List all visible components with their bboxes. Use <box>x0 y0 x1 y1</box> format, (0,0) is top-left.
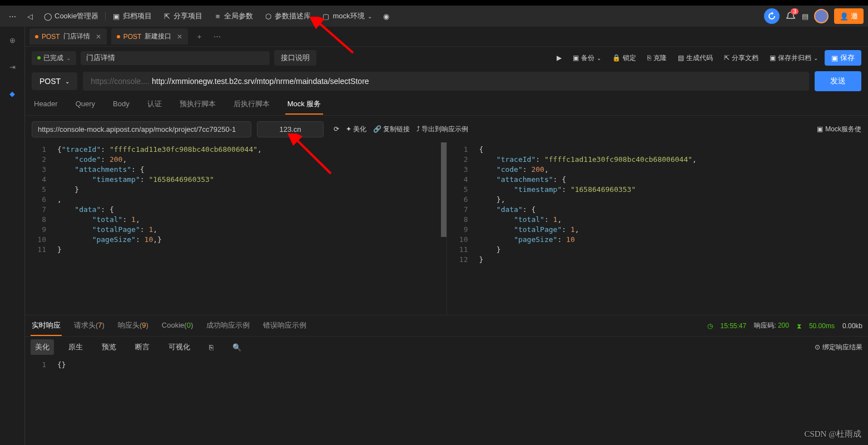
desc-button[interactable]: 接口说明 <box>274 50 316 66</box>
params-desc[interactable]: ⬡ 参数描述库 <box>260 9 315 23</box>
invite-label: 邀 <box>851 11 858 21</box>
tab-post-script[interactable]: 后执行脚本 <box>231 95 272 115</box>
clone-button[interactable]: ⎘ 克隆 <box>643 51 671 65</box>
close-icon[interactable]: ✕ <box>177 33 182 41</box>
copylink-button[interactable]: 🔗 复制链接 <box>373 125 410 134</box>
mock-env[interactable]: ▢ mock环境 ⌄ <box>318 9 376 23</box>
resp-reqhead[interactable]: 请求头(7) <box>73 316 106 336</box>
left-code[interactable]: {"traceId": "ffffc1ad11e30fc908bc40cb680… <box>53 142 447 315</box>
notifications-button[interactable]: 3 <box>785 11 796 22</box>
url-input[interactable]: https://console.... http://xmmionegw.tes… <box>83 72 809 91</box>
global-icon: ≡ <box>214 12 221 20</box>
label: 保存 <box>840 53 855 63</box>
right-gutter: 123456789101112 <box>447 142 475 315</box>
method-select[interactable]: POST ⌄ <box>32 72 77 90</box>
tab-method: POST <box>123 33 142 41</box>
sync-button[interactable] <box>764 8 780 24</box>
label: Mock服务使 <box>825 125 861 134</box>
right-code[interactable]: { "traceId": "ffffc1ad11e30fc908bc40cb68… <box>475 142 869 315</box>
status-dot <box>37 56 41 60</box>
sharedoc-button[interactable]: ⇱ 分享文档 <box>720 51 763 65</box>
tab-new-api[interactable]: POST 新建接口 ✕ <box>111 28 189 44</box>
sidebar-active[interactable]: ◆ <box>4 86 20 101</box>
left-editor[interactable]: 1234567891011 {"traceId": "ffffc1ad11e30… <box>25 142 447 315</box>
eye-icon[interactable]: ◉ <box>379 10 394 23</box>
mock-url-input[interactable] <box>32 121 251 137</box>
add-tab[interactable]: ＋ <box>192 30 206 43</box>
savearch-button[interactable]: ▣ 保存并归档 ⌄ <box>765 51 822 65</box>
resp-success[interactable]: 成功响应示例 <box>205 316 251 336</box>
resp-realtime[interactable]: 实时响应 <box>31 316 62 336</box>
sidebar-collapse[interactable]: ⇥ <box>4 59 20 75</box>
tab-body[interactable]: Body <box>111 95 132 113</box>
label: 克隆 <box>653 53 667 63</box>
response-body[interactable]: 1 {} <box>25 358 868 419</box>
api-name-input[interactable] <box>81 51 270 65</box>
mock-usage[interactable]: ▣ Mock服务使 <box>817 125 861 134</box>
tab-mock[interactable]: Mock 服务 <box>285 95 324 115</box>
gencode-button[interactable]: ▤ 生成代码 <box>673 51 717 65</box>
resp-preview[interactable]: 预览 <box>97 339 121 355</box>
label: 美化 <box>353 125 366 134</box>
archive-label: 归档项目 <box>123 11 152 21</box>
mock-editors: 1234567891011 {"traceId": "ffffc1ad11e30… <box>25 142 868 315</box>
lock-button[interactable]: 🔒 锁定 <box>608 51 641 65</box>
save-button[interactable]: ▣ 保存 <box>825 50 861 66</box>
close-icon[interactable]: ✕ <box>96 33 101 41</box>
beautify-button[interactable]: ✦ 美化 <box>346 125 366 134</box>
resp-gutter: 1 <box>25 358 53 419</box>
tab-more[interactable]: ⋯ <box>210 30 224 43</box>
nav-back[interactable]: ◁ <box>23 10 37 23</box>
sync-icon <box>767 12 776 21</box>
invite-button[interactable]: 👤 邀 <box>834 8 864 24</box>
resp-assert[interactable]: 断言 <box>131 339 154 355</box>
left-sidebar: ⊕ ⇥ ◆ <box>0 27 25 445</box>
send-button[interactable]: 发送 <box>815 71 861 91</box>
label: 导出到响应示例 <box>421 125 468 134</box>
status-text: 已完成 <box>43 53 63 63</box>
resp-error[interactable]: 错误响应示例 <box>262 316 307 336</box>
nav-dots[interactable]: ⋯ <box>4 10 21 23</box>
chevron-down-icon: ⌄ <box>65 78 70 85</box>
cookie-manager[interactable]: ◯ Cookie管理器 <box>39 9 103 23</box>
scrollbar[interactable] <box>441 142 447 315</box>
status-badge[interactable]: 已完成 ⌄ <box>32 51 76 65</box>
tab-store-detail[interactable]: POST 门店详情 ✕ <box>29 28 107 44</box>
backup-button[interactable]: ▣ 备份 ⌄ <box>568 51 606 65</box>
tab-header[interactable]: Header <box>32 95 60 113</box>
tab-query[interactable]: Query <box>73 95 97 113</box>
doc-icon[interactable]: ▤ <box>802 12 809 21</box>
mock-short-input[interactable] <box>257 121 324 137</box>
resp-search-icon[interactable]: 🔍 <box>228 340 246 354</box>
resp-raw[interactable]: 原生 <box>64 339 87 355</box>
share-project[interactable]: ⇱ 分享项目 <box>158 9 207 23</box>
right-editor[interactable]: 123456789101112 { "traceId": "ffffc1ad11… <box>447 142 869 315</box>
resp-beautify[interactable]: 美化 <box>31 339 54 355</box>
resp-code-label: 响应码: <box>754 322 776 329</box>
resp-copy-icon[interactable]: ⎘ <box>205 340 218 354</box>
user-avatar[interactable] <box>814 9 829 23</box>
tab-auth[interactable]: 认证 <box>145 95 164 115</box>
modified-dot <box>35 35 38 38</box>
share-label: 分享项目 <box>173 11 202 21</box>
response-tabs: 实时响应 请求头(7) 响应头(9) Cookie(0) 成功响应示例 错误响应… <box>25 315 868 337</box>
export-example-button[interactable]: ⤴ 导出到响应示例 <box>416 125 468 134</box>
label: 分享文档 <box>732 53 758 63</box>
response-section: 实时响应 请求头(7) 响应头(9) Cookie(0) 成功响应示例 错误响应… <box>25 315 868 419</box>
resp-visual[interactable]: 可视化 <box>164 339 195 355</box>
sidebar-target[interactable]: ⊕ <box>4 32 20 48</box>
resp-bind-result[interactable]: ⊙ 绑定响应结果 <box>815 343 862 352</box>
archive-project[interactable]: ▣ 归档项目 <box>108 9 156 23</box>
resp-resphead[interactable]: 响应头(9) <box>117 316 150 336</box>
global-params[interactable]: ≡ 全局参数 <box>209 9 257 23</box>
run-button[interactable]: ▶ <box>552 52 566 64</box>
bell-badge: 3 <box>791 8 798 14</box>
label: Cookie( <box>162 321 187 329</box>
refresh-button[interactable]: ⟳ <box>334 125 339 133</box>
resp-code-body[interactable]: {} <box>53 358 868 419</box>
tab-pre-script[interactable]: 预执行脚本 <box>177 95 218 115</box>
resp-size: 0.00kb <box>842 322 862 330</box>
label: 响应头( <box>118 321 142 329</box>
resp-cookie[interactable]: Cookie(0) <box>161 317 194 335</box>
label: 复制链接 <box>383 125 410 134</box>
